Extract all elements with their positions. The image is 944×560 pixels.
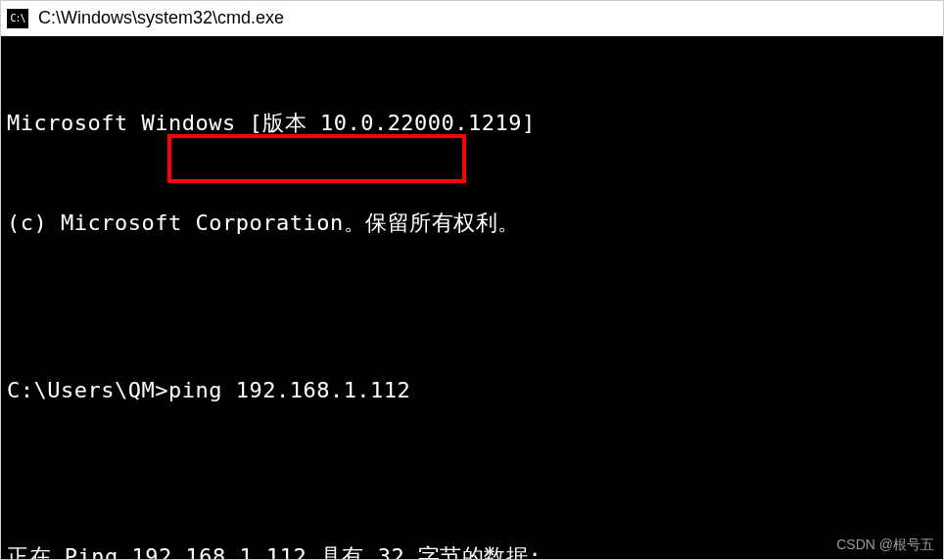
command-highlight-box bbox=[167, 134, 466, 183]
window-title: C:\Windows\system32\cmd.exe bbox=[38, 8, 284, 28]
title-bar[interactable]: C:\ C:\Windows\system32\cmd.exe bbox=[1, 1, 943, 36]
terminal-line: (c) Microsoft Corporation。保留所有权利。 bbox=[7, 207, 937, 240]
terminal-line: Microsoft Windows [版本 10.0.22000.1219] bbox=[7, 107, 937, 140]
watermark: CSDN @根号五 bbox=[836, 537, 934, 554]
terminal-line: 正在 Ping 192.168.1.112 具有 32 字节的数据: bbox=[7, 540, 937, 559]
terminal-output[interactable]: Microsoft Windows [版本 10.0.22000.1219] (… bbox=[1, 36, 943, 559]
cmd-window: C:\ C:\Windows\system32\cmd.exe Microsof… bbox=[0, 0, 944, 560]
cmd-icon: C:\ bbox=[7, 9, 28, 28]
terminal-line-command: C:\Users\QM>ping 192.168.1.112 bbox=[7, 374, 937, 407]
